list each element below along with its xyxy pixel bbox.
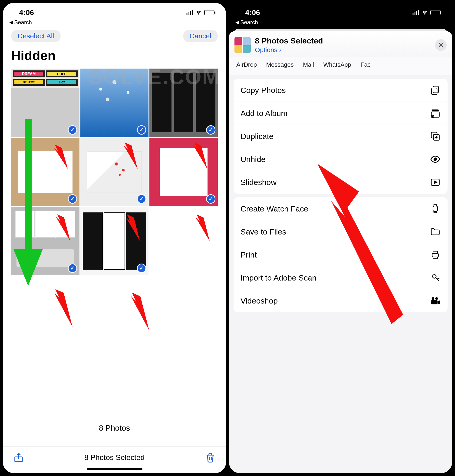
svg-point-16 (432, 297, 435, 300)
signal-icon (186, 10, 193, 15)
album-add-icon (430, 108, 441, 119)
svg-rect-4 (432, 88, 437, 95)
phone-left-screen: 4:06 ◀ Search Deselect All Cancel Hidden… (3, 3, 226, 473)
svg-rect-13 (433, 206, 437, 212)
selected-checkmark-icon: ✓ (206, 125, 215, 135)
share-target[interactable]: Fac (360, 61, 370, 68)
phone-right: 4:06 ◀ Search 8 Photos Select (229, 3, 452, 473)
close-icon[interactable]: ✕ (435, 39, 447, 51)
selected-checkmark-icon: ✓ (68, 125, 77, 135)
share-icon[interactable] (13, 452, 24, 463)
status-bar: 4:06 (3, 3, 226, 19)
share-sheet-backdrop: 8 Photos Selected Options › ✕ AirDrop Me… (229, 25, 452, 473)
selected-checkmark-icon: ✓ (137, 263, 146, 273)
action-slideshow[interactable]: Slideshow (234, 171, 447, 194)
action-group: Create Watch Face Save to Files Print (234, 197, 447, 312)
share-target[interactable]: Messages (266, 61, 294, 68)
phone-left: 4:06 ◀ Search Deselect All Cancel Hidden… (3, 3, 226, 473)
action-copy-photos[interactable]: Copy Photos (234, 79, 447, 102)
action-unhide[interactable]: Unhide (234, 148, 447, 171)
svg-point-2 (424, 14, 425, 14)
svg-point-0 (198, 14, 199, 14)
wifi-icon (422, 10, 428, 15)
action-save-to-files[interactable]: Save to Files (234, 220, 447, 243)
share-target[interactable]: Mail (303, 61, 314, 68)
signal-icon (413, 10, 419, 15)
svg-point-11 (434, 158, 437, 161)
selected-checkmark-icon: ✓ (68, 194, 77, 204)
selected-checkmark-icon: ✓ (137, 194, 146, 204)
photo-grid: DREAM HOPE BELIEVE TRY ✓ ✓ ✓ ✓ ✓ ✓ ✓ ✓ (3, 69, 226, 275)
video-camera-icon (430, 295, 441, 306)
sheet-title: 8 Photos Selected (255, 36, 323, 45)
art-tile: DREAM (13, 70, 45, 77)
share-target[interactable]: WhatsApp (323, 61, 351, 68)
album-title: Hidden (3, 44, 226, 69)
action-create-watch-face[interactable]: Create Watch Face (234, 197, 447, 220)
photo-thumb[interactable]: DREAM HOPE BELIEVE TRY ✓ (11, 69, 80, 137)
cancel-button[interactable]: Cancel (183, 30, 218, 42)
battery-icon (204, 10, 214, 15)
selected-checkmark-icon: ✓ (206, 194, 215, 204)
bottom-toolbar: 8 Photos Selected (3, 446, 226, 465)
back-to-search[interactable]: ◀ Search (3, 19, 226, 25)
svg-rect-18 (431, 300, 438, 304)
deselect-all-button[interactable]: Deselect All (11, 30, 61, 42)
art-tile: BELIEVE (13, 79, 45, 86)
status-right (413, 10, 441, 15)
photo-thumb[interactable]: ✓ (81, 138, 149, 206)
print-icon (430, 249, 441, 260)
back-label: Search (240, 19, 258, 25)
home-indicator (87, 468, 142, 470)
photo-count: 8 Photos (3, 423, 226, 446)
options-link[interactable]: Options › (255, 46, 323, 54)
action-videoshop[interactable]: Videoshop (234, 289, 447, 312)
photo-thumb[interactable]: ✓ (149, 69, 218, 137)
photo-thumb[interactable]: ✓ (11, 207, 80, 275)
battery-icon (430, 10, 441, 15)
action-group: Copy Photos Add to Album Duplicate (234, 79, 447, 194)
share-sheet: 8 Photos Selected Options › ✕ AirDrop Me… (229, 31, 452, 473)
action-duplicate[interactable]: Duplicate (234, 125, 447, 148)
share-sheet-header: 8 Photos Selected Options › ✕ (229, 31, 452, 57)
share-target[interactable]: AirDrop (236, 61, 257, 68)
photo-thumb[interactable]: ✓ (81, 69, 149, 137)
svg-rect-14 (432, 253, 439, 257)
selected-checkmark-icon: ✓ (68, 263, 77, 273)
art-tile: HOPE (46, 70, 78, 77)
chevron-right-icon: › (279, 46, 281, 54)
share-targets-row[interactable]: AirDrop Messages Mail WhatsApp Fac (229, 57, 452, 75)
action-adobe-scan[interactable]: Import to Adobe Scan (234, 266, 447, 289)
art-tile: TRY (46, 79, 78, 86)
action-print[interactable]: Print (234, 243, 447, 266)
status-bar: 4:06 (229, 3, 452, 19)
watch-icon (430, 203, 441, 214)
photo-thumb[interactable]: ✓ (149, 138, 218, 206)
photo-thumb[interactable]: ✓ (11, 138, 80, 206)
chevron-left-icon: ◀ (236, 19, 239, 25)
tutorial-arrow-red (52, 286, 75, 328)
duplicate-icon (430, 131, 441, 141)
sheet-thumbnail-preview (235, 37, 251, 53)
play-icon (430, 177, 441, 188)
eye-icon (430, 154, 441, 164)
wifi-icon (195, 10, 202, 15)
chevron-left-icon: ◀ (9, 19, 13, 25)
selected-checkmark-icon: ✓ (137, 125, 146, 135)
clock: 4:06 (245, 8, 260, 17)
action-add-to-album[interactable]: Add to Album (234, 102, 447, 125)
clock: 4:06 (19, 8, 34, 17)
back-to-search[interactable]: ◀ Search (229, 19, 452, 25)
header-actions: Deselect All Cancel (3, 25, 226, 44)
tutorial-arrow-red (128, 290, 152, 332)
folder-icon (430, 226, 441, 237)
phone-right-screen: 4:06 ◀ Search 8 Photos Select (229, 3, 452, 473)
toolbar-title: 8 Photos Selected (84, 453, 145, 462)
status-right (186, 10, 214, 15)
svg-point-15 (433, 275, 436, 278)
photo-thumb[interactable]: ✓ (81, 207, 149, 275)
trash-icon[interactable] (205, 452, 216, 463)
copy-icon (430, 85, 441, 96)
back-label: Search (14, 19, 32, 25)
scan-icon (430, 272, 441, 283)
